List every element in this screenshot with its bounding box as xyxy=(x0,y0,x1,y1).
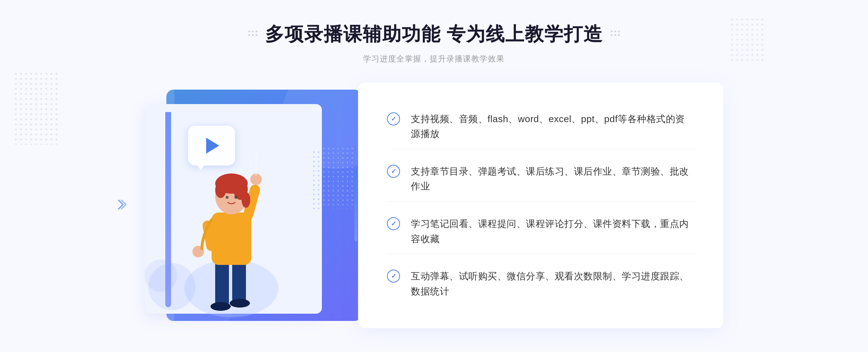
check-circle-3 xyxy=(387,217,400,230)
feature-text-1: 支持视频、音频、flash、word、excel、ppt、pdf等各种格式的资源… xyxy=(411,112,694,142)
check-icon-1 xyxy=(387,112,400,125)
svg-point-35 xyxy=(234,196,237,199)
illustration-area xyxy=(145,82,369,328)
check-icon-2 xyxy=(387,165,400,178)
left-arrow-decoration xyxy=(116,197,127,213)
header-dots-left-icon xyxy=(248,30,258,39)
svg-rect-21 xyxy=(215,259,229,306)
svg-rect-22 xyxy=(232,259,246,303)
title-wrapper: 多项录播课辅助功能 专为线上教学打造 xyxy=(248,22,620,47)
svg-rect-3 xyxy=(731,18,767,61)
svg-point-10 xyxy=(611,31,613,33)
svg-point-12 xyxy=(618,31,620,33)
page-container: 多项录播课辅助功能 专为线上教学打造 学习进度全掌握，提升录播课教学效果 xyxy=(0,0,868,352)
feature-text-4: 互动弹幕、试听购买、微信分享、观看次数限制、学习进度跟踪、数据统计 xyxy=(411,269,694,299)
svg-point-32 xyxy=(215,182,226,198)
feature-text-3: 学习笔记回看、课程提问、课程评论打分、课件资料下载，重点内容收藏 xyxy=(411,216,694,246)
svg-line-40 xyxy=(260,150,265,176)
page-title: 多项录播课辅助功能 专为线上教学打造 xyxy=(265,22,603,47)
svg-point-5 xyxy=(252,31,254,33)
svg-rect-19 xyxy=(313,151,353,213)
blue-stripe-bar xyxy=(165,112,171,307)
svg-point-4 xyxy=(248,31,250,33)
svg-point-8 xyxy=(252,34,254,36)
main-content: 支持视频、音频、flash、word、excel、ppt、pdf等各种格式的资源… xyxy=(145,82,723,328)
svg-line-39 xyxy=(248,150,252,176)
svg-point-11 xyxy=(614,31,616,33)
feature-item-2: 支持章节目录、弹题考试、课后练习、课后作业、章节测验、批改作业 xyxy=(387,157,694,202)
feature-item-3: 学习笔记回看、课程提问、课程评论打分、课件资料下载，重点内容收藏 xyxy=(387,209,694,254)
svg-rect-1 xyxy=(14,72,58,145)
dots-pattern-left xyxy=(14,72,58,145)
dots-pattern-right xyxy=(731,18,767,61)
check-circle-1 xyxy=(387,112,400,125)
features-left-stripe xyxy=(354,169,357,241)
illustration-dots xyxy=(313,151,353,213)
check-circle-2 xyxy=(387,165,400,178)
header-section: 多项录播课辅助功能 专为线上教学打造 学习进度全掌握，提升录播课教学效果 xyxy=(248,0,620,64)
feature-item-4: 互动弹幕、试听购买、微信分享、观看次数限制、学习进度跟踪、数据统计 xyxy=(387,262,694,306)
features-area: 支持视频、音频、flash、word、excel、ppt、pdf等各种格式的资源… xyxy=(358,82,723,328)
svg-point-15 xyxy=(618,34,620,36)
svg-point-13 xyxy=(611,34,613,36)
page-subtitle: 学习进度全掌握，提升录播课教学效果 xyxy=(248,53,620,64)
svg-point-20 xyxy=(184,259,278,317)
svg-point-14 xyxy=(614,34,616,36)
svg-point-7 xyxy=(248,34,250,36)
svg-point-33 xyxy=(242,192,250,208)
svg-rect-25 xyxy=(212,213,251,265)
svg-point-6 xyxy=(255,31,257,33)
deco-circle-small xyxy=(145,259,177,292)
svg-point-34 xyxy=(226,196,229,199)
check-icon-3 xyxy=(387,217,400,230)
check-icon-4 xyxy=(387,270,400,283)
svg-point-9 xyxy=(255,34,257,36)
svg-point-24 xyxy=(230,299,250,308)
feature-item-1: 支持视频、音频、flash、word、excel、ppt、pdf等各种格式的资源… xyxy=(387,104,694,149)
check-circle-4 xyxy=(387,270,400,283)
feature-text-2: 支持章节目录、弹题考试、课后练习、课后作业、章节测验、批改作业 xyxy=(411,164,694,194)
header-dots-right-icon xyxy=(610,30,620,39)
svg-point-23 xyxy=(210,302,231,311)
